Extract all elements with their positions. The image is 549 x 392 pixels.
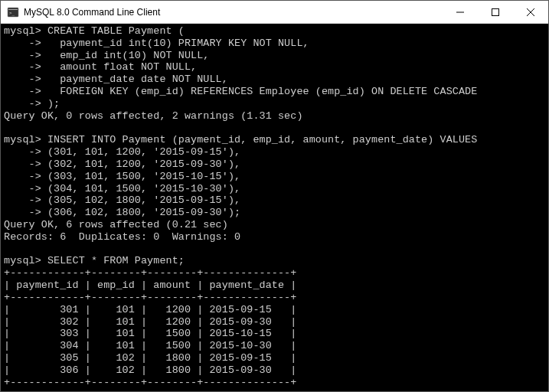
window-titlebar: >_ MySQL 8.0 Command Line Client <box>1 1 548 24</box>
maximize-button[interactable] <box>478 1 513 23</box>
terminal-output[interactable]: mysql> CREATE TABLE Payment ( -> payment… <box>1 24 548 391</box>
app-icon: >_ <box>7 6 19 18</box>
minimize-button[interactable] <box>443 1 478 23</box>
window-title: MySQL 8.0 Command Line Client <box>24 7 443 18</box>
window-controls <box>443 1 548 23</box>
close-button[interactable] <box>513 1 548 23</box>
svg-rect-4 <box>492 8 499 15</box>
svg-text:>_: >_ <box>9 10 15 16</box>
